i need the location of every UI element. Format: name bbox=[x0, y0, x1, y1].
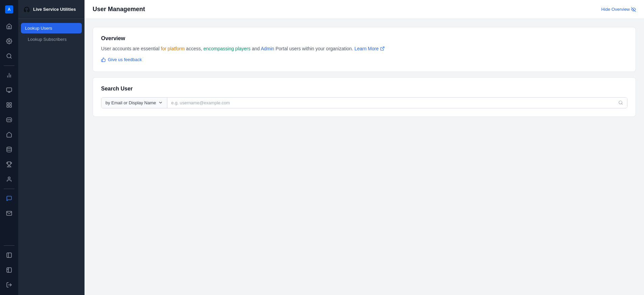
svg-rect-6 bbox=[7, 88, 12, 91]
expand1-icon[interactable] bbox=[2, 248, 16, 262]
top-bar: User Management Hide Overview bbox=[85, 0, 644, 19]
svg-point-17 bbox=[7, 147, 11, 149]
thumbs-up-icon bbox=[101, 57, 106, 62]
rail-divider-1 bbox=[4, 65, 15, 66]
svg-rect-11 bbox=[10, 106, 11, 107]
studio-icon[interactable] bbox=[2, 128, 16, 141]
rail-header: A bbox=[0, 0, 18, 19]
rail-divider-2 bbox=[4, 189, 15, 189]
sidebar-panel: Live Service Utilities Lookup Users Look… bbox=[18, 0, 85, 295]
search-user-title: Search User bbox=[101, 86, 627, 92]
search-user-card: Search User by Email or Display Name bbox=[93, 77, 636, 117]
overview-description: User accounts are essential for platform… bbox=[101, 45, 627, 52]
sidebar-section-title: Live Service Utilities bbox=[33, 7, 79, 12]
home-icon[interactable] bbox=[2, 20, 16, 33]
search-submit-icon bbox=[618, 100, 623, 105]
search-dropdown[interactable]: by Email or Display Name bbox=[101, 98, 167, 108]
svg-rect-9 bbox=[7, 103, 8, 104]
expand2-icon[interactable] bbox=[2, 263, 16, 277]
settings-icon[interactable] bbox=[2, 34, 16, 48]
external-link-icon bbox=[380, 46, 385, 51]
messaging-icon[interactable] bbox=[2, 207, 16, 220]
nav-item-label-lookup-subscribers: Lookup Subscribers bbox=[28, 37, 67, 42]
analytics-icon[interactable] bbox=[2, 69, 16, 82]
svg-line-25 bbox=[622, 104, 623, 105]
svg-point-18 bbox=[8, 177, 10, 179]
svg-line-23 bbox=[382, 47, 384, 49]
nav-item-lookup-subscribers[interactable]: Lookup Subscribers bbox=[21, 34, 82, 45]
svg-rect-20 bbox=[7, 268, 11, 272]
live-service-icon[interactable] bbox=[2, 192, 16, 205]
feedback-label: Give us feedback bbox=[108, 57, 142, 62]
content-area: Overview User accounts are essential for… bbox=[85, 19, 644, 125]
sidebar-panel-header: Live Service Utilities bbox=[18, 0, 85, 19]
search-submit-button[interactable] bbox=[614, 98, 627, 108]
nav-item-lookup-users[interactable]: Lookup Users bbox=[21, 23, 82, 33]
main-content: User Management Hide Overview Overview U… bbox=[85, 0, 644, 295]
overview-card: Overview User accounts are essential for… bbox=[93, 27, 636, 72]
learn-more-link[interactable]: Learn More bbox=[354, 45, 385, 52]
highlight-platform: for platform bbox=[161, 46, 185, 51]
data-icon[interactable] bbox=[2, 143, 16, 156]
page-title: User Management bbox=[93, 6, 145, 13]
chevron-down-icon bbox=[158, 100, 163, 105]
dashboard-icon[interactable] bbox=[2, 98, 16, 112]
learn-more-label: Learn More bbox=[354, 45, 379, 52]
feedback-link[interactable]: Give us feedback bbox=[101, 57, 142, 62]
svg-point-16 bbox=[10, 120, 11, 120]
svg-rect-19 bbox=[7, 253, 11, 258]
rail-divider-3 bbox=[4, 245, 15, 246]
svg-rect-10 bbox=[10, 103, 11, 104]
svg-line-2 bbox=[10, 57, 11, 58]
logout-icon[interactable] bbox=[2, 278, 16, 292]
commerce-icon[interactable] bbox=[2, 83, 16, 97]
users-icon[interactable] bbox=[2, 172, 16, 186]
svg-rect-12 bbox=[7, 106, 8, 107]
search-bar: by Email or Display Name bbox=[101, 97, 627, 108]
app-logo[interactable]: A bbox=[5, 5, 13, 14]
search-icon[interactable] bbox=[2, 49, 16, 63]
rail-icons-top bbox=[0, 19, 18, 221]
nav-item-label-lookup-users: Lookup Users bbox=[25, 26, 52, 31]
eye-off-icon bbox=[631, 7, 636, 12]
rail-icons-bottom bbox=[0, 243, 18, 295]
trophy-icon[interactable] bbox=[2, 158, 16, 171]
svg-point-0 bbox=[8, 41, 10, 42]
overview-title: Overview bbox=[101, 35, 627, 42]
hide-overview-label: Hide Overview bbox=[601, 7, 630, 12]
hide-overview-link[interactable]: Hide Overview bbox=[601, 7, 636, 12]
highlight-encompassing: encompassing players bbox=[204, 46, 251, 51]
icon-rail: A bbox=[0, 0, 18, 295]
search-dropdown-label: by Email or Display Name bbox=[105, 100, 156, 105]
gaming-icon[interactable] bbox=[2, 113, 16, 127]
headset-icon bbox=[24, 6, 30, 12]
sidebar-nav: Lookup Users Lookup Subscribers bbox=[18, 19, 85, 295]
highlight-admin: Admin bbox=[261, 46, 274, 51]
search-input[interactable] bbox=[167, 98, 614, 108]
